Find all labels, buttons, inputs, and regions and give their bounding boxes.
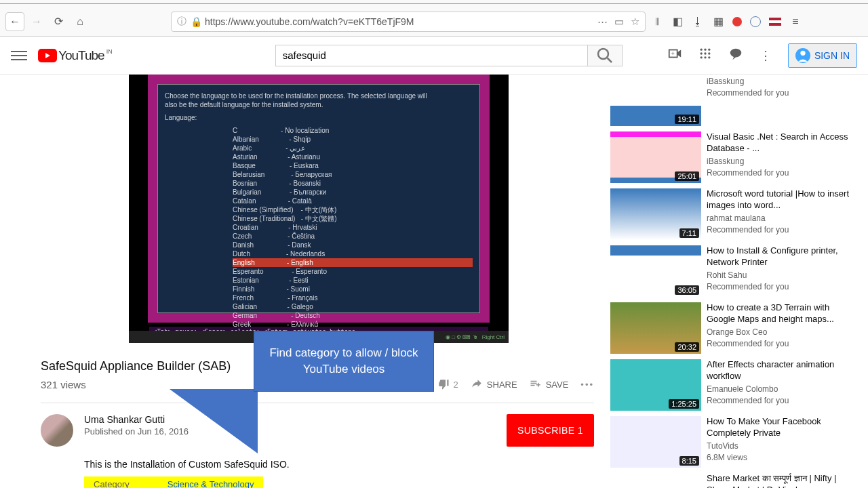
youtube-logo[interactable]: YouTube IN (38, 48, 113, 63)
recommendation-item[interactable]: SHARE MARKET Share Market का सम्पूर्ण ज्… (610, 473, 849, 488)
video-player[interactable]: Choose the language to be used for the i… (129, 75, 509, 343)
recommendation-text: Microsoft word tutorial |How to insert i… (707, 188, 849, 240)
more-icon[interactable]: ⋯ (597, 16, 608, 28)
site-info-icon[interactable]: ⓘ (177, 16, 186, 28)
recommendation-item[interactable]: 1:25:25 After Effects character animatio… (610, 359, 849, 411)
settings-menu-icon[interactable]: ⋮ (760, 48, 772, 63)
back-button[interactable]: ← (5, 12, 24, 31)
recommendation-item[interactable]: 7:11 Microsoft word tutorial |How to ins… (610, 188, 849, 240)
create-icon[interactable]: + (667, 46, 682, 64)
logo-text: YouTube (58, 48, 104, 63)
star-icon[interactable]: ☆ (631, 16, 639, 28)
library-icon[interactable]: ⫴ (651, 16, 663, 28)
recommendation-channel: TutoVids (707, 441, 849, 451)
extension-icon-3[interactable] (750, 16, 761, 27)
svg-text:+: + (671, 50, 674, 57)
thumbnail: SHARE MARKET (610, 473, 701, 488)
browser-menu-icon[interactable]: ≡ (789, 16, 802, 28)
search-icon (588, 45, 622, 66)
recommendation-meta: Recommended for you (707, 339, 849, 348)
recommendation-text: How to create a 3D Terrain with Google M… (707, 302, 849, 354)
recommendation-title: Share Market का सम्पूर्ण ज्ञान | Nifty |… (707, 473, 849, 488)
duration-badge: 20:32 (675, 342, 699, 352)
recommendation-title: How to create a 3D Terrain with Google M… (707, 302, 849, 325)
vm-frame: Choose the language to be used for the i… (148, 75, 490, 323)
thumbnail: 19:11 (610, 75, 701, 126)
share-label: SHARE (487, 380, 517, 390)
channel-avatar[interactable] (41, 414, 73, 447)
recommendation-item[interactable]: 8:15 How To Make Your Facebook Completel… (610, 416, 849, 468)
recommendation-channel: Rohit Sahu (707, 270, 849, 280)
category-label: Category (94, 479, 130, 488)
language-row: Dutch - Nederlands (233, 249, 473, 258)
reload-button[interactable]: ⟳ (49, 12, 68, 31)
video-description: This is the Installation of Custom SafeS… (84, 459, 594, 470)
recommendations-sidebar: 19:11 iBasskung Recommended for you 25:0… (610, 75, 868, 488)
main-content: Choose the language to be used for the i… (0, 75, 868, 488)
svg-point-6 (708, 49, 710, 51)
download-icon[interactable]: ⭳ (692, 16, 704, 28)
subscribe-button[interactable]: SUBSCRIBE 1 (507, 414, 594, 447)
recommendation-meta: Recommended for you (707, 282, 849, 291)
thumbnail: 20:32 (610, 302, 701, 354)
language-row: Esperanto - Esperanto (233, 267, 473, 276)
duration-badge: 36:05 (675, 285, 699, 295)
sidebar-icon[interactable]: ◧ (671, 16, 684, 28)
duration-badge: 25:01 (675, 171, 699, 181)
installer-label: Language: (165, 113, 473, 122)
apps-icon[interactable] (698, 47, 712, 64)
svg-point-12 (708, 56, 710, 58)
language-list: C - No localizationAlbanian - ShqipArabi… (233, 126, 473, 329)
dislike-count: 2 (454, 380, 458, 390)
hamburger-menu[interactable] (11, 47, 27, 64)
search-input[interactable] (275, 45, 587, 66)
recommendation-item[interactable]: 36:05 How to Install & Configure printer… (610, 245, 849, 297)
youtube-header: YouTube IN + ⋮ SIGN IN (0, 37, 868, 75)
more-actions-button[interactable]: ••• (580, 380, 594, 390)
share-icon (471, 378, 483, 390)
recommendation-item[interactable]: 20:32 How to create a 3D Terrain with Go… (610, 302, 849, 354)
thumb-down-icon (437, 378, 450, 390)
thumbnail: 25:01 (610, 131, 701, 183)
duration-badge: 8:15 (679, 456, 699, 466)
svg-point-14 (800, 50, 805, 55)
svg-point-8 (704, 52, 706, 54)
reader-icon[interactable]: ▭ (614, 16, 624, 28)
language-row: Chinese (Traditional) - 中文(繁體) (233, 214, 473, 223)
extension-icon-4[interactable] (769, 18, 781, 26)
save-button[interactable]: SAVE (530, 378, 569, 390)
recommendation-channel: iBasskung (707, 77, 789, 86)
language-row: Czech - Čeština (233, 232, 473, 241)
recommendation-title: How To Make Your Facebook Completely Pri… (707, 416, 849, 439)
signin-button[interactable]: SIGN IN (788, 43, 857, 68)
svg-point-0 (598, 49, 608, 59)
extension-icon-1[interactable]: ▦ (712, 16, 724, 28)
forward-button[interactable]: → (27, 12, 46, 31)
language-row: Arabic - عربي (233, 144, 473, 152)
category-link[interactable]: Science & Technology (167, 479, 254, 488)
recommendation-meta: Recommended for you (707, 88, 789, 98)
messages-icon[interactable] (728, 46, 743, 64)
address-bar[interactable]: ⓘ 🔒 https://www.youtube.com/watch?v=eKTT… (171, 12, 646, 32)
play-icon (38, 49, 57, 62)
recommendation-item[interactable]: 19:11 iBasskung Recommended for you (610, 75, 849, 126)
language-row: Finnish - Suomi (233, 285, 473, 293)
language-row: Bosnian - Bosanski (233, 179, 473, 188)
annotation-callout: Find category to allow / block YouTube v… (254, 331, 434, 392)
language-row: German - Deutsch (233, 311, 473, 320)
dislike-button[interactable]: 2 (437, 378, 458, 390)
svg-point-11 (704, 56, 706, 58)
signin-label: SIGN IN (814, 50, 850, 61)
language-row: Albanian - Shqip (233, 135, 473, 144)
search-button[interactable] (587, 45, 623, 66)
extension-icon-2[interactable] (732, 17, 742, 26)
share-button[interactable]: SHARE (471, 378, 517, 390)
language-row: Estonian - Eesti (233, 276, 473, 285)
recommendation-item[interactable]: 25:01 Visual Basic .Net : Search in Acce… (610, 131, 849, 183)
home-button[interactable]: ⌂ (71, 12, 90, 31)
language-row: English - English (233, 258, 473, 267)
svg-point-10 (700, 56, 702, 58)
recommendation-meta: Recommended for you (707, 396, 849, 405)
duration-badge: 7:11 (679, 228, 699, 238)
lock-icon: 🔒 (191, 16, 202, 27)
